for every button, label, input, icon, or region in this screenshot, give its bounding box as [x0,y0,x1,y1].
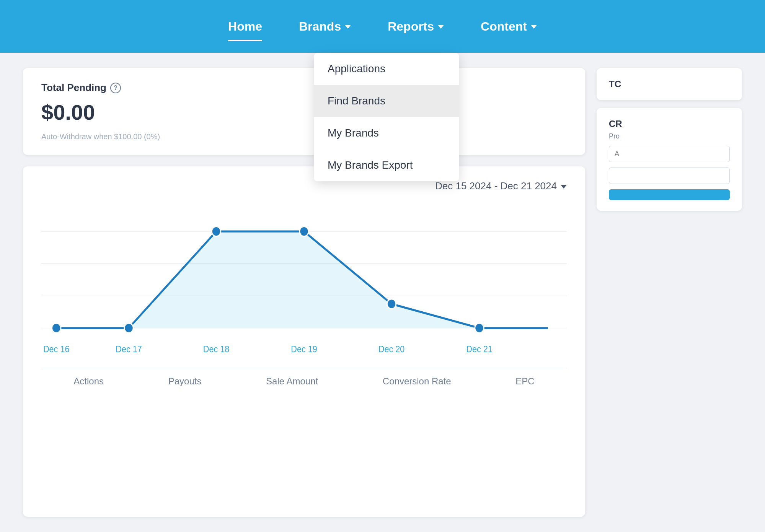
reports-chevron-icon [438,25,444,29]
nav-items: Home Brands Reports Content [210,12,555,41]
svg-marker-4 [56,231,567,328]
nav-content-label: Content [481,20,527,34]
dropdown-item-my-brands[interactable]: My Brands [314,117,459,149]
cr-input-2[interactable] [609,168,730,184]
chart-point-dec20 [387,299,396,309]
date-range-chevron-icon [561,185,567,189]
cr-title: CR [609,119,730,129]
svg-text:Dec 20: Dec 20 [378,344,405,354]
metric-actions: Actions [73,376,104,387]
top-right-title: TC [609,79,730,89]
right-panel: TC CR Pro [597,68,742,517]
dropdown-item-find-brands[interactable]: Find Brands [314,85,459,117]
dropdown-item-my-brands-export[interactable]: My Brands Export [314,149,459,181]
nav-home-label: Home [228,20,262,34]
nav-item-reports[interactable]: Reports [369,12,462,41]
total-pending-value: $0.00 [41,100,567,125]
total-pending-card: Total Pending ? $0.00 Auto-Withdraw when… [23,68,585,155]
metric-conversion-rate: Conversion Rate [383,376,451,387]
cr-button[interactable] [609,189,730,200]
svg-text:Dec 21: Dec 21 [466,344,492,354]
metric-epc: EPC [515,376,534,387]
total-pending-help-icon[interactable]: ? [110,83,121,93]
brands-dropdown-menu: Applications Find Brands My Brands My Br… [314,53,459,181]
nav-item-home[interactable]: Home [210,12,281,41]
nav-item-brands[interactable]: Brands [281,12,369,41]
left-panel: Total Pending ? $0.00 Auto-Withdraw when… [23,68,585,517]
nav-brands-label: Brands [299,20,341,34]
content-chevron-icon [531,25,537,29]
navbar: Home Brands Reports Content [0,0,765,53]
chart-point-dec21 [475,323,484,333]
cards-row: Total Pending ? $0.00 Auto-Withdraw when… [23,68,585,155]
metric-payouts: Payouts [168,376,202,387]
brands-chevron-icon [345,25,351,29]
date-range-label: Dec 15 2024 - Dec 21 2024 [435,180,557,192]
chart-container: Dec 16 Dec 17 Dec 18 Dec 19 Dec 20 Dec 2… [41,207,567,360]
chart-point-dec17 [124,323,134,333]
cr-card: CR Pro [597,108,742,211]
metrics-row: Actions Payouts Sale Amount Conversion R… [41,368,567,387]
top-right-card: TC [597,68,742,100]
chart-card: Dec 15 2024 - Dec 21 2024 [23,166,585,517]
chart-header: Dec 15 2024 - Dec 21 2024 [41,180,567,192]
chart-point-dec19 [300,227,309,236]
svg-text:Dec 17: Dec 17 [116,344,142,354]
date-range-selector[interactable]: Dec 15 2024 - Dec 21 2024 [435,180,567,192]
chart-point-dec16 [52,323,61,333]
nav-item-content[interactable]: Content [462,12,555,41]
metric-sale-amount: Sale Amount [266,376,318,387]
nav-reports-label: Reports [388,20,434,34]
svg-text:Dec 16: Dec 16 [43,344,69,354]
chart-point-dec18 [212,227,221,236]
svg-text:Dec 19: Dec 19 [291,344,317,354]
cr-subtitle: Pro [609,132,730,140]
total-pending-title: Total Pending ? [41,82,567,94]
dropdown-item-applications[interactable]: Applications [314,53,459,85]
total-pending-subtitle: Auto-Withdraw when $100.00 (0%) [41,132,567,141]
cr-input-1[interactable] [609,146,730,162]
svg-text:Dec 18: Dec 18 [203,344,229,354]
chart-svg: Dec 16 Dec 17 Dec 18 Dec 19 Dec 20 Dec 2… [41,207,567,360]
